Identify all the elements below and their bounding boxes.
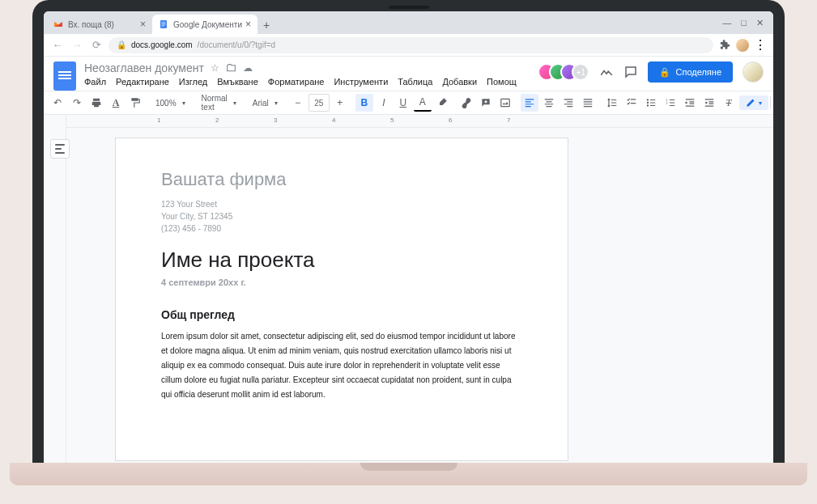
svg-rect-4: [501, 99, 510, 106]
line-spacing-button[interactable]: [603, 94, 621, 112]
svg-rect-2: [162, 24, 166, 25]
hide-menus-button[interactable]: ˆ: [772, 94, 773, 112]
cloud-status-icon[interactable]: ☁: [243, 62, 253, 74]
checklist-button[interactable]: [623, 94, 640, 112]
align-center-button[interactable]: [540, 94, 558, 112]
svg-point-5: [647, 99, 649, 100]
close-window-icon[interactable]: ✕: [756, 18, 764, 28]
insert-comment-button[interactable]: [477, 94, 495, 112]
align-left-button[interactable]: [521, 94, 538, 112]
url-path: /document/u/0/?tgif=d: [198, 40, 275, 49]
align-right-button[interactable]: [560, 94, 577, 112]
collaborator-avatars[interactable]: +1: [544, 63, 589, 81]
svg-point-7: [647, 104, 649, 106]
font-select[interactable]: Arial: [248, 95, 283, 111]
print-button[interactable]: [87, 94, 105, 112]
minimize-icon[interactable]: —: [722, 18, 731, 28]
menu-icon[interactable]: ⋮: [754, 39, 767, 52]
svg-rect-1: [162, 23, 166, 23]
move-icon[interactable]: [226, 63, 236, 74]
decrease-indent-button[interactable]: [681, 94, 699, 112]
svg-point-6: [647, 102, 649, 104]
paint-format-button[interactable]: [126, 94, 144, 112]
close-icon[interactable]: ×: [140, 19, 146, 30]
extensions-icon[interactable]: [718, 39, 731, 52]
menu-tools[interactable]: Инструменти: [334, 77, 388, 87]
address-bar[interactable]: 🔒 docs.google.com/document/u/0/?tgif=d: [109, 37, 713, 53]
share-button[interactable]: 🔒 Споделяне: [648, 61, 733, 83]
italic-button[interactable]: I: [375, 94, 393, 112]
font-size-input[interactable]: 25: [309, 94, 330, 112]
spellcheck-button[interactable]: A: [107, 94, 125, 112]
font-size-decrease[interactable]: −: [289, 94, 307, 112]
highlight-button[interactable]: [433, 94, 451, 112]
svg-text:2: 2: [666, 101, 668, 105]
editing-mode-button[interactable]: ▾: [739, 95, 768, 110]
comments-icon[interactable]: [623, 65, 638, 79]
browser-tab-docs[interactable]: Google Документи ×: [152, 15, 257, 34]
star-icon[interactable]: ☆: [211, 62, 219, 74]
browser-toolbar: ← → ⟳ 🔒 docs.google.com/document/u/0/?tg…: [44, 34, 773, 57]
back-button[interactable]: ←: [50, 39, 65, 51]
project-title[interactable]: Име на проекта: [161, 248, 522, 273]
lock-icon: 🔒: [659, 67, 670, 78]
gmail-icon: [53, 19, 63, 29]
account-avatar[interactable]: [743, 61, 764, 83]
menu-file[interactable]: Файл: [84, 77, 106, 87]
profile-icon[interactable]: [736, 39, 749, 52]
docs-header: Неозаглавен документ ☆ ☁ Файл Редактиран…: [44, 57, 773, 91]
menu-bar: Файл Редактиране Изглед Вмъкване Формати…: [84, 77, 544, 87]
insert-link-button[interactable]: [457, 94, 475, 112]
tab-title: Google Документи: [173, 20, 242, 29]
formatting-toolbar: ↶ ↷ A 100% Normal text Arial − 25 +: [44, 91, 773, 115]
menu-table[interactable]: Таблица: [398, 77, 432, 87]
undo-button[interactable]: ↶: [49, 94, 66, 112]
clear-formatting-button[interactable]: T: [720, 94, 738, 112]
docs-logo-icon[interactable]: [53, 61, 76, 91]
docs-icon: [159, 19, 168, 29]
menu-edit[interactable]: Редактиране: [116, 77, 169, 87]
align-justify-button[interactable]: [579, 94, 597, 112]
lock-icon: 🔒: [117, 40, 126, 49]
section-heading[interactable]: Общ преглед: [161, 308, 522, 321]
menu-addons[interactable]: Добавки: [442, 77, 477, 87]
bullet-list-button[interactable]: [642, 94, 660, 112]
company-address[interactable]: 123 Your Street Your City, ST 12345 (123…: [161, 198, 522, 235]
tab-title: Вх. поща (8): [68, 20, 114, 29]
vertical-ruler[interactable]: [44, 115, 66, 463]
url-domain: docs.google.com: [131, 40, 193, 49]
underline-button[interactable]: U: [394, 94, 412, 112]
increase-indent-button[interactable]: [700, 94, 718, 112]
document-date[interactable]: 4 септември 20xx г.: [161, 277, 522, 287]
avatar-more: +1: [572, 63, 589, 81]
share-label: Споделяне: [675, 67, 721, 77]
redo-button[interactable]: ↷: [68, 94, 86, 112]
activity-icon[interactable]: [599, 65, 614, 79]
horizontal-ruler[interactable]: 1 2 3 4 5 6 7: [66, 115, 773, 128]
reload-button[interactable]: ⟳: [89, 39, 104, 51]
browser-tab-gmail[interactable]: Вх. поща (8) ×: [47, 15, 152, 34]
browser-tab-strip: Вх. поща (8) × Google Документи × + — □ …: [44, 11, 773, 34]
company-name[interactable]: Вашата фирма: [161, 169, 522, 190]
svg-rect-3: [162, 26, 165, 27]
text-color-button[interactable]: A: [414, 94, 432, 112]
editor-area: 1 2 3 4 5 6 7 Вашата фирма 123 Your Stre…: [44, 115, 773, 463]
insert-image-button[interactable]: [496, 94, 514, 112]
chevron-down-icon: ▾: [759, 100, 762, 107]
new-tab-button[interactable]: +: [257, 16, 275, 34]
close-icon[interactable]: ×: [245, 19, 251, 30]
zoom-select[interactable]: 100%: [151, 95, 190, 111]
menu-insert[interactable]: Вмъкване: [217, 77, 258, 87]
bold-button[interactable]: B: [355, 94, 373, 112]
maximize-icon[interactable]: □: [741, 18, 747, 28]
menu-help[interactable]: Помощ: [487, 77, 517, 87]
numbered-list-button[interactable]: 12: [662, 94, 679, 112]
body-paragraph[interactable]: Lorem ipsum dolor sit amet, consectetur …: [161, 329, 522, 402]
forward-button[interactable]: →: [70, 39, 84, 51]
font-size-increase[interactable]: +: [331, 94, 349, 112]
menu-view[interactable]: Изглед: [179, 77, 207, 87]
style-select[interactable]: Normal text: [197, 95, 241, 111]
document-title[interactable]: Неозаглавен документ: [84, 61, 204, 74]
menu-format[interactable]: Форматиране: [268, 77, 325, 87]
document-page[interactable]: Вашата фирма 123 Your Street Your City, …: [115, 138, 568, 461]
